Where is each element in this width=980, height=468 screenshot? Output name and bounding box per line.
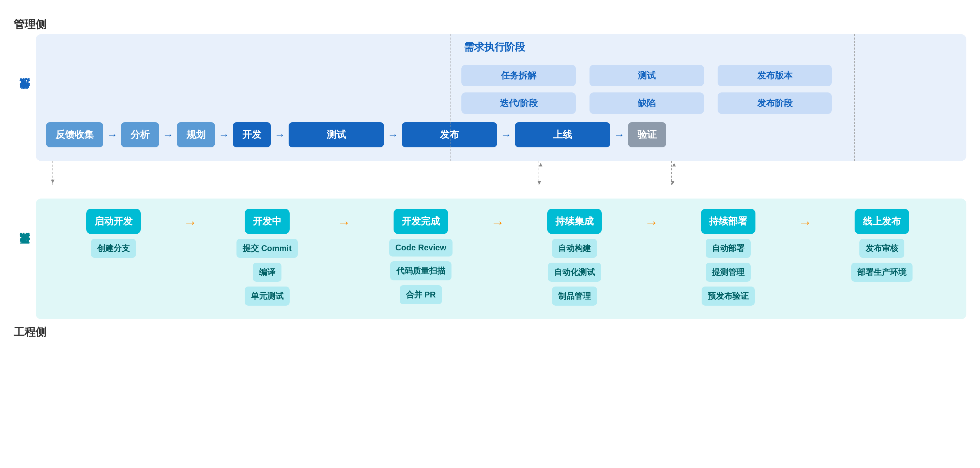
arrow-head-1: ▼ <box>50 178 56 185</box>
dashed-line-2 <box>854 34 854 161</box>
label-工程侧: 工程侧 <box>14 326 46 338</box>
workflow-row: 启动开发 创建分支 → 开发中 提交 Commit 编译 单元测试 → 开发完成 <box>46 209 949 306</box>
wf-col-开发中: 开发中 提交 Commit 编译 单元测试 <box>200 209 334 306</box>
arrow-1: → <box>107 129 118 141</box>
wf-sub-单元测试: 单元测试 <box>245 286 290 306</box>
wf-header-开发中: 开发中 <box>245 209 290 234</box>
wf-sub-预发布验证: 预发布验证 <box>702 286 755 306</box>
dashed-line-1 <box>450 34 450 161</box>
section-gap: ▼ ▼ ▼ ▲ ▲ <box>14 161 966 185</box>
wf-header-开发完成: 开发完成 <box>394 209 448 234</box>
wf-arrow-5: → <box>799 209 812 230</box>
flow-box-验证: 验证 <box>628 122 666 147</box>
flow-box-分析: 分析 <box>121 122 159 147</box>
wf-col-线上发布: 线上发布 发布审核 部署生产环境 <box>815 209 949 282</box>
flow-box-测试: 测试 <box>289 122 384 147</box>
wf-col-持续部署: 持续部署 自动部署 提测管理 预发布验证 <box>661 209 795 306</box>
arrow-2: → <box>162 129 173 141</box>
wf-col-开发完成: 开发完成 Code Review 代码质量扫描 合并 PR <box>353 209 488 304</box>
wf-sub-CodeReview: Code Review <box>389 239 452 257</box>
sub-box-迭代阶段: 迭代/阶段 <box>461 93 576 114</box>
side-label-workflow: 研发工作流 <box>14 185 36 319</box>
wf-arrow-4: → <box>645 209 658 230</box>
bottom-section-label-row: 工程侧 <box>14 325 966 340</box>
dashed-up-arrow-发布: ▲ <box>671 161 677 168</box>
flow-box-开发: 开发 <box>233 122 271 147</box>
wf-header-线上发布: 线上发布 <box>854 209 909 234</box>
arrow-5: → <box>387 129 398 141</box>
wf-sub-部署生产环境: 部署生产环境 <box>851 263 913 282</box>
bottom-wrapper: 研发工作流 启动开发 创建分支 → 开发中 提交 Commit 编译 单元测试 <box>14 185 966 319</box>
flow-box-反馈收集: 反馈收集 <box>46 122 103 147</box>
wf-sub-自动化测试: 自动化测试 <box>548 263 601 282</box>
sub-box-发布阶段: 发布阶段 <box>718 93 832 114</box>
flow-box-上线: 上线 <box>515 122 610 147</box>
wf-sub-创建分支: 创建分支 <box>91 239 136 258</box>
wf-arrow-1: → <box>183 209 197 230</box>
wf-sub-编译: 编译 <box>253 263 282 282</box>
arrow-6: → <box>501 129 511 141</box>
full-page: 管理侧 需求价值流 需求执行阶段 任务拆解 测试 <box>14 10 966 347</box>
wf-header-启动开发: 启动开发 <box>86 209 141 234</box>
sub-boxes-grid: 任务拆解 测试 发布版本 迭代/阶段 缺陷 发布阶段 <box>46 44 949 114</box>
flow-box-规划: 规划 <box>177 122 215 147</box>
arrow-3: → <box>218 129 229 141</box>
sub-box-任务拆解: 任务拆解 <box>461 65 576 86</box>
top-section-label-row: 管理侧 <box>14 17 966 32</box>
value-stream-flow: 反馈收集 → 分析 → 规划 → 开发 → 测试 → 发布 → 上线 → 验证 <box>46 122 949 147</box>
arrow-4: → <box>274 129 285 141</box>
bottom-section: 启动开发 创建分支 → 开发中 提交 Commit 编译 单元测试 → 开发完成 <box>36 198 966 319</box>
wf-arrow-2: → <box>337 209 351 230</box>
wf-col-持续集成: 持续集成 自动构建 自动化测试 制品管理 <box>508 209 642 306</box>
arrow-7: → <box>614 129 625 141</box>
dashed-up-arrow-测试: ▲ <box>538 161 544 168</box>
wf-sub-自动构建: 自动构建 <box>552 239 597 258</box>
wf-sub-合并PR: 合并 PR <box>400 285 442 304</box>
sub-box-缺陷: 缺陷 <box>590 93 704 114</box>
side-label-value-stream: 需求价值流 <box>14 34 36 161</box>
wf-sub-自动部署: 自动部署 <box>706 239 751 258</box>
exec-phase-label: 需求执行阶段 <box>464 40 525 54</box>
top-section: 需求执行阶段 任务拆解 测试 发布版本 迭代/阶段 缺 <box>36 34 966 161</box>
wf-col-启动开发: 启动开发 创建分支 <box>46 209 181 258</box>
wf-header-持续部署: 持续部署 <box>701 209 756 234</box>
wf-sub-发布审核: 发布审核 <box>859 239 904 258</box>
wf-sub-提测管理: 提测管理 <box>706 263 751 282</box>
label-管理侧: 管理侧 <box>14 17 46 32</box>
flow-box-发布: 发布 <box>402 122 497 147</box>
sub-box-发布版本: 发布版本 <box>718 65 832 86</box>
wf-arrow-3: → <box>491 209 505 230</box>
sub-box-测试: 测试 <box>590 65 704 86</box>
wf-sub-提交Commit: 提交 Commit <box>237 239 298 258</box>
wf-header-持续集成: 持续集成 <box>547 209 602 234</box>
wf-sub-制品管理: 制品管理 <box>552 286 597 306</box>
wf-sub-代码质量扫描: 代码质量扫描 <box>390 261 452 280</box>
